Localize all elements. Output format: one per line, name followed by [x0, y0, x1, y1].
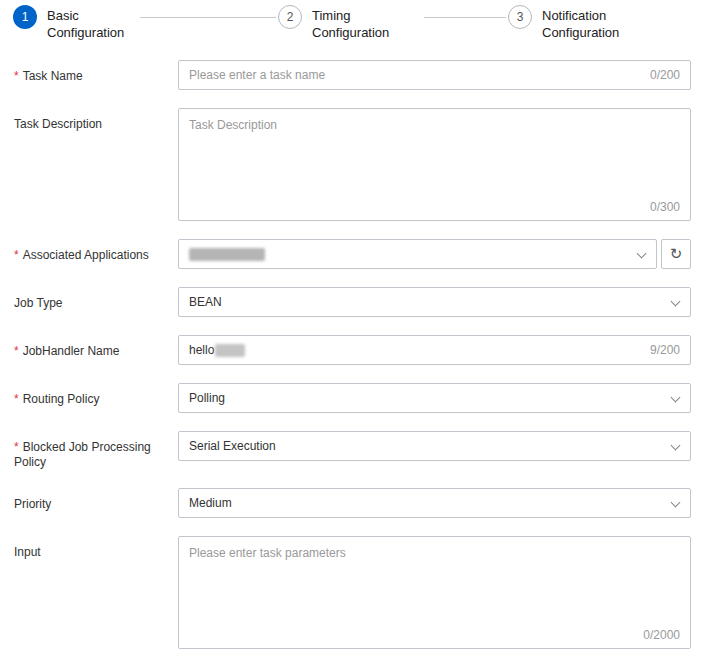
refresh-icon: ↻: [670, 245, 683, 263]
priority-label: Priority: [14, 488, 178, 518]
associated-applications-row: *Associated Applications ↻: [14, 239, 691, 269]
blocked-job-processing-policy-row: *Blocked Job Processing Policy Serial Ex…: [14, 431, 691, 470]
step-connector-1: [140, 17, 276, 18]
step-timing-configuration[interactable]: 2 Timing Configuration: [278, 5, 389, 41]
step-notification-configuration[interactable]: 3 Notification Configuration: [508, 5, 619, 41]
redacted-value: [215, 344, 245, 357]
routing-policy-label: *Routing Policy: [14, 383, 178, 413]
priority-value: Medium: [189, 496, 232, 510]
chevron-down-icon: [671, 498, 681, 508]
step-3-subtitle: Configuration: [542, 24, 619, 41]
input-placeholder: Please enter task parameters: [189, 546, 346, 560]
step-1-subtitle: Configuration: [47, 24, 124, 41]
job-type-row: Job Type BEAN: [14, 287, 691, 317]
step-3-badge: 3: [508, 5, 532, 29]
step-connector-2: [424, 17, 506, 18]
routing-policy-select[interactable]: Polling: [178, 383, 691, 413]
step-2-badge: 2: [278, 5, 302, 29]
step-2-title: Timing: [312, 7, 389, 24]
redacted-value: [189, 248, 265, 261]
task-name-counter: 0/200: [650, 68, 680, 82]
task-description-row: Task Description Task Description 0/300: [14, 108, 691, 221]
required-marker: *: [14, 440, 19, 454]
task-description-placeholder: Task Description: [189, 118, 277, 132]
job-type-select[interactable]: BEAN: [178, 287, 691, 317]
required-marker: *: [14, 392, 19, 406]
task-description-counter: 0/300: [650, 200, 680, 214]
job-type-value: BEAN: [189, 295, 222, 309]
chevron-down-icon: [637, 249, 647, 259]
priority-row: Priority Medium: [14, 488, 691, 518]
step-basic-configuration[interactable]: 1 Basic Configuration: [13, 5, 124, 41]
task-create-page: 1 Basic Configuration 2 Timing Configura…: [0, 0, 701, 657]
jobhandler-name-value: hello: [189, 343, 214, 357]
input-textarea[interactable]: Please enter task parameters 0/2000: [178, 536, 691, 649]
required-marker: *: [14, 248, 19, 262]
step-wizard: 1 Basic Configuration 2 Timing Configura…: [0, 0, 701, 46]
chevron-down-icon: [671, 297, 681, 307]
chevron-down-icon: [671, 393, 681, 403]
task-name-label: *Task Name: [14, 60, 178, 90]
task-name-placeholder: Please enter a task name: [189, 68, 642, 82]
step-1-title: Basic: [47, 7, 124, 24]
required-marker: *: [14, 69, 19, 83]
associated-applications-select[interactable]: [178, 239, 657, 269]
job-type-label: Job Type: [14, 287, 178, 317]
refresh-applications-button[interactable]: ↻: [661, 239, 691, 269]
task-description-textarea[interactable]: Task Description 0/300: [178, 108, 691, 221]
jobhandler-name-input[interactable]: hello 9/200: [178, 335, 691, 365]
task-name-input[interactable]: Please enter a task name 0/200: [178, 60, 691, 90]
routing-policy-row: *Routing Policy Polling: [14, 383, 691, 413]
required-marker: *: [14, 344, 19, 358]
associated-applications-label: *Associated Applications: [14, 239, 178, 269]
blocked-job-processing-policy-label: *Blocked Job Processing Policy: [14, 431, 178, 470]
input-counter: 0/2000: [643, 628, 680, 642]
task-description-label: Task Description: [14, 108, 178, 221]
task-name-row: *Task Name Please enter a task name 0/20…: [14, 60, 691, 90]
jobhandler-name-label: *JobHandler Name: [14, 335, 178, 365]
routing-policy-value: Polling: [189, 391, 225, 405]
basic-configuration-form: *Task Name Please enter a task name 0/20…: [0, 46, 701, 649]
chevron-down-icon: [671, 441, 681, 451]
blocked-job-processing-policy-value: Serial Execution: [189, 439, 276, 453]
input-label: Input: [14, 536, 178, 649]
jobhandler-name-row: *JobHandler Name hello 9/200: [14, 335, 691, 365]
blocked-job-processing-policy-select[interactable]: Serial Execution: [178, 431, 691, 461]
input-row: Input Please enter task parameters 0/200…: [14, 536, 691, 649]
priority-select[interactable]: Medium: [178, 488, 691, 518]
step-3-title: Notification: [542, 7, 619, 24]
step-2-subtitle: Configuration: [312, 24, 389, 41]
jobhandler-name-counter: 9/200: [650, 343, 680, 357]
step-1-badge: 1: [13, 5, 37, 29]
